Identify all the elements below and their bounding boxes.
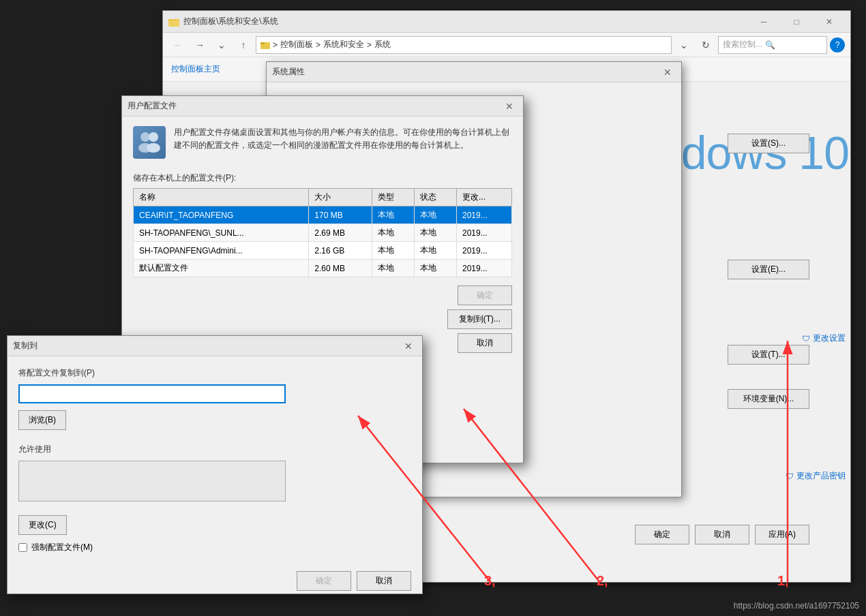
copy-to-confirm-button[interactable]: 确定 [297, 571, 351, 591]
sys-props-close-button[interactable]: ✕ [659, 64, 676, 80]
table-row[interactable]: SH-TAOPANFENG\_SUNL...2.69 MB本地本地2019... [134, 224, 512, 242]
change-key-container: 🛡 更改产品密钥 [786, 470, 846, 482]
titlebar-controls: ─ □ ✕ [748, 11, 845, 33]
refresh-dropdown-button[interactable]: ⌄ [674, 37, 693, 53]
col-header-status: 状态 [415, 189, 457, 206]
cell-size: 170 MB [309, 206, 372, 224]
profiles-confirm-button[interactable]: 确定 [458, 286, 512, 305]
col-header-date: 更改... [456, 189, 511, 206]
refresh-button[interactable]: ↻ [696, 37, 715, 53]
change-key-text: 更改产品密钥 [796, 470, 846, 482]
user-icon-container [133, 126, 166, 159]
change-settings-link[interactable]: 🛡 更改设置 [802, 333, 846, 344]
close-button[interactable]: ✕ [813, 11, 845, 33]
settings-e-button[interactable]: 设置(E)... [728, 260, 809, 279]
env-vars-button[interactable]: 环境变量(N)... [728, 389, 809, 409]
help-button[interactable]: ? [830, 37, 845, 52]
col-header-size: 大小 [309, 189, 372, 206]
change-button[interactable]: 更改(C) [18, 515, 67, 535]
control-panel-home-link[interactable]: 控制面板主页 [171, 63, 220, 75]
user-profiles-close-button[interactable]: ✕ [501, 98, 518, 114]
copy-to-input[interactable] [18, 384, 286, 403]
user-profiles-info: 用户配置文件存储桌面设置和其他与你的用户帐户有关的信息。可在你使用的每台计算机上… [133, 126, 512, 159]
back-button[interactable]: ← [168, 37, 188, 53]
settings-s-button[interactable]: 设置(S)... [728, 134, 809, 153]
user-profiles-content: 用户配置文件存储桌面设置和其他与你的用户帐户有关的信息。可在你使用的每台计算机上… [122, 117, 523, 363]
cell-name: SH-TAOPANFENG\Admini... [134, 242, 309, 260]
cell-type: 本地 [372, 260, 415, 277]
user-profiles-titlebar: 用户配置文件 ✕ [122, 96, 523, 117]
settings-t-button[interactable]: 设置(T)... [728, 345, 809, 365]
sys-bottom-buttons: 确定 取消 应用(A) [635, 525, 809, 544]
url-bar: https://blog.csdn.net/a1697752105 [734, 601, 859, 611]
arrow-label-3: 3, [484, 573, 496, 589]
svg-rect-1 [168, 20, 179, 27]
folder-icon [168, 16, 179, 27]
profiles-cancel-button[interactable]: 取消 [458, 333, 512, 353]
cell-date: 2019... [456, 206, 511, 224]
change-btn-row: 更改(C) [18, 508, 411, 535]
cell-size: 2.60 MB [309, 260, 372, 277]
address-security: 系统和安全 [323, 39, 364, 50]
copy-to-button[interactable]: 复制到(T)... [447, 309, 512, 329]
titlebar-left: 控制面板\系统和安全\系统 [168, 16, 278, 27]
address-bar[interactable]: > 控制面板 > 系统和安全 > 系统 [256, 36, 672, 54]
table-row[interactable]: SH-TAOPANFENG\Admini...2.16 GB本地本地2019..… [134, 242, 512, 260]
cell-status: 本地 [415, 242, 457, 260]
folder-small-icon [260, 40, 270, 50]
profiles-action-buttons: 复制到(T)... [133, 309, 512, 329]
sys-props-titlebar: 系统属性 ✕ [267, 62, 681, 82]
up-button[interactable]: ↑ [234, 37, 253, 53]
cell-status: 本地 [415, 206, 457, 224]
cell-type: 本地 [372, 206, 415, 224]
cell-date: 2019... [456, 242, 511, 260]
profiles-buttons: 确定 [133, 286, 512, 305]
shield-icon-2: 🛡 [786, 472, 794, 481]
cell-status: 本地 [415, 224, 457, 242]
minimize-button[interactable]: ─ [748, 11, 779, 33]
cell-date: 2019... [456, 224, 511, 242]
recent-button[interactable]: ⌄ [212, 37, 231, 53]
sys-props-title: 系统属性 [272, 66, 305, 78]
cell-type: 本地 [372, 224, 415, 242]
user-profiles-description: 用户配置文件存储桌面设置和其他与你的用户帐户有关的信息。可在你使用的每台计算机上… [174, 126, 512, 159]
change-key-link[interactable]: 🛡 更改产品密钥 [786, 470, 846, 482]
sys-ok-button[interactable]: 确定 [635, 525, 689, 544]
change-settings-text: 更改设置 [813, 333, 846, 344]
explorer-toolbar: ← → ⌄ ↑ > 控制面板 > 系统和安全 > 系统 ⌄ ↻ 搜索控制... … [163, 33, 850, 57]
address-part1: > [273, 40, 278, 50]
explorer-title: 控制面板\系统和安全\系统 [183, 16, 278, 27]
address-sep1: > [316, 40, 320, 50]
table-row[interactable]: CEAIR\IT_TAOPANFENG170 MB本地本地2019... [134, 206, 512, 224]
svg-point-8 [147, 143, 160, 153]
search-box[interactable]: 搜索控制... 🔍 [718, 36, 827, 54]
maximize-button[interactable]: □ [781, 11, 812, 33]
allow-use-label: 允许使用 [18, 444, 411, 455]
cell-size: 2.69 MB [309, 224, 372, 242]
force-profile-checkbox[interactable] [18, 543, 27, 552]
profiles-label: 储存在本机上的配置文件(P): [133, 172, 512, 184]
sys-apply-button[interactable]: 应用(A) [755, 525, 809, 544]
forward-button[interactable]: → [190, 37, 209, 53]
search-icon: 🔍 [765, 40, 775, 50]
copy-to-close-button[interactable]: ✕ [400, 338, 417, 354]
copy-to-cancel-button[interactable]: 取消 [357, 571, 411, 591]
arrow-label-1: 1, [777, 573, 789, 589]
copy-to-dialog: 复制到 ✕ 将配置文件复制到(P) 浏览(B) 允许使用 更改(C) 强制配置文… [7, 335, 423, 594]
system-buttons-panel3: 设置(T)... [728, 345, 809, 365]
sys-cancel-button[interactable]: 取消 [695, 525, 749, 544]
address-system: 系统 [374, 39, 391, 50]
copy-to-titlebar: 复制到 ✕ [8, 336, 422, 356]
svg-point-5 [140, 132, 150, 142]
cell-name: CEAIR\IT_TAOPANFENG [134, 206, 309, 224]
force-profile-row: 强制配置文件(M) [18, 542, 411, 553]
system-buttons-panel: 设置(S)... [728, 134, 809, 153]
cell-type: 本地 [372, 242, 415, 260]
allow-use-section: 允许使用 [18, 444, 411, 502]
browse-button[interactable]: 浏览(B) [18, 410, 66, 430]
force-profile-label: 强制配置文件(M) [31, 542, 93, 553]
user-profiles-title: 用户配置文件 [128, 100, 177, 112]
users-icon [136, 129, 163, 156]
copy-to-label: 将配置文件复制到(P) [18, 367, 411, 379]
table-row[interactable]: 默认配置文件2.60 MB本地本地2019... [134, 260, 512, 277]
